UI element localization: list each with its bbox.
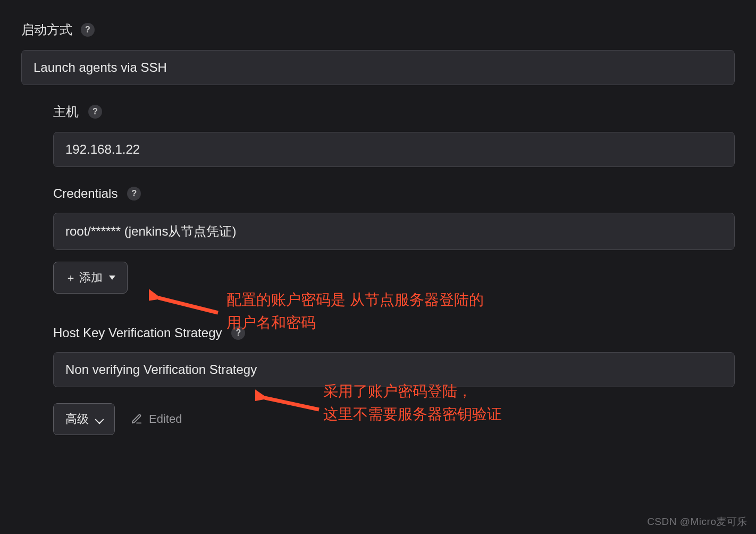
advanced-button[interactable]: 高级: [53, 403, 115, 435]
help-icon[interactable]: ?: [127, 187, 141, 201]
launch-method-select[interactable]: Launch agents via SSH: [21, 50, 735, 85]
launch-method-value: Launch agents via SSH: [33, 60, 167, 74]
edited-status: Edited: [131, 412, 182, 426]
credentials-label: Credentials: [53, 186, 117, 201]
help-icon[interactable]: ?: [231, 326, 245, 340]
pencil-icon: [131, 413, 142, 425]
host-value: 192.168.1.22: [65, 142, 140, 156]
plus-icon: ＋: [65, 271, 76, 285]
chevron-down-icon: [95, 415, 103, 423]
watermark: CSDN @Micro麦可乐: [647, 515, 747, 529]
hostkey-label: Host Key Verification Strategy: [53, 326, 222, 340]
caret-down-icon: [109, 276, 115, 280]
help-icon[interactable]: ?: [88, 105, 102, 119]
edited-label: Edited: [149, 412, 182, 426]
help-icon[interactable]: ?: [81, 23, 95, 37]
launch-method-label: 启动方式: [21, 21, 72, 38]
hostkey-select[interactable]: Non verifying Verification Strategy: [53, 352, 735, 387]
credentials-value: root/****** (jenkins从节点凭证): [65, 224, 236, 238]
hostkey-value: Non verifying Verification Strategy: [65, 362, 257, 377]
host-input[interactable]: 192.168.1.22: [53, 132, 735, 167]
host-label: 主机: [53, 103, 79, 120]
add-credentials-button[interactable]: ＋ 添加: [53, 262, 128, 294]
advanced-label: 高级: [65, 411, 89, 427]
add-button-label: 添加: [79, 270, 103, 286]
credentials-select[interactable]: root/****** (jenkins从节点凭证): [53, 213, 735, 250]
